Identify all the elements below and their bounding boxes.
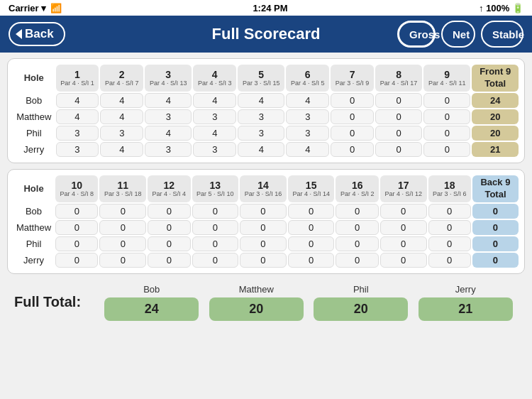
jerry-b9-h17[interactable]: 0 [380, 253, 427, 268]
matthew-f9-h3[interactable]: 3 [145, 109, 192, 124]
stable-button[interactable]: Stable [481, 21, 523, 48]
phil-b9-h15[interactable]: 0 [288, 236, 335, 251]
phil-b9-h18[interactable]: 0 [428, 236, 471, 251]
matthew-f9-h4[interactable]: 3 [193, 109, 236, 124]
full-total-section: Full Total: Bob 24 Matthew 20 Phil 20 Je… [7, 280, 525, 324]
phil-b9-total: 0 [472, 236, 519, 251]
jerry-f9-h1[interactable]: 3 [56, 142, 99, 157]
hole-10-header: 10 Par 4 · S/I 8 [55, 175, 98, 202]
phil-f9-h6[interactable]: 3 [286, 126, 329, 141]
bob-b9-total: 0 [472, 204, 519, 219]
bob-b9-h15[interactable]: 0 [288, 204, 335, 219]
full-total-matthew-name: Matthew [239, 284, 274, 295]
matthew-b9-h11[interactable]: 0 [99, 220, 146, 235]
back9-jerry-row: Jerry 0 0 0 0 0 0 0 0 0 0 [13, 253, 519, 268]
phil-b9-h11[interactable]: 0 [99, 236, 146, 251]
matthew-f9-h8[interactable]: 0 [375, 109, 422, 124]
phil-f9-h3[interactable]: 4 [145, 126, 192, 141]
matthew-f9-h6[interactable]: 3 [286, 109, 329, 124]
matthew-b9-h10[interactable]: 0 [55, 220, 98, 235]
jerry-b9-total: 0 [472, 253, 519, 268]
full-total-phil-score: 20 [314, 297, 408, 321]
bob-f9-h7[interactable]: 0 [331, 93, 374, 108]
bob-front9-name: Bob [13, 93, 55, 108]
bob-f9-h6[interactable]: 4 [286, 93, 329, 108]
jerry-f9-h5[interactable]: 4 [238, 142, 284, 157]
full-total-jerry-score: 21 [419, 297, 513, 321]
back-button[interactable]: Back [9, 22, 65, 46]
gross-button[interactable]: Gross [397, 21, 436, 48]
bob-b9-h12[interactable]: 0 [148, 204, 190, 219]
matthew-f9-h5[interactable]: 3 [238, 109, 284, 124]
matthew-b9-h12[interactable]: 0 [148, 220, 190, 235]
phil-b9-h12[interactable]: 0 [148, 236, 190, 251]
back9-header-row: Hole 10 Par 4 · S/I 8 11 Par 3 · S/I 18 … [13, 175, 519, 202]
bob-f9-h5[interactable]: 4 [238, 93, 284, 108]
back9-phil-row: Phil 0 0 0 0 0 0 0 0 0 0 [13, 236, 519, 251]
phil-b9-h13[interactable]: 0 [192, 236, 239, 251]
bob-f9-h8[interactable]: 0 [375, 93, 422, 108]
matthew-b9-h17[interactable]: 0 [380, 220, 427, 235]
jerry-f9-h3[interactable]: 3 [145, 142, 192, 157]
bob-b9-h10[interactable]: 0 [55, 204, 98, 219]
hole-15-header: 15 Par 4 · S/I 14 [288, 175, 335, 202]
phil-f9-h1[interactable]: 3 [56, 126, 99, 141]
matthew-b9-h13[interactable]: 0 [192, 220, 239, 235]
matthew-b9-h15[interactable]: 0 [288, 220, 335, 235]
matthew-f9-h7[interactable]: 0 [331, 109, 374, 124]
jerry-f9-h8[interactable]: 0 [375, 142, 422, 157]
front9-bob-row: Bob 4 4 4 4 4 4 0 0 0 24 [13, 93, 519, 108]
phil-b9-h16[interactable]: 0 [336, 236, 378, 251]
back9-total-header: Back 9Total [472, 175, 519, 202]
bob-f9-h2[interactable]: 4 [100, 93, 143, 108]
jerry-f9-h6[interactable]: 4 [286, 142, 329, 157]
matthew-f9-h9[interactable]: 0 [423, 109, 470, 124]
phil-f9-h2[interactable]: 3 [100, 126, 143, 141]
jerry-f9-h9[interactable]: 0 [423, 142, 470, 157]
bob-f9-h4[interactable]: 4 [193, 93, 236, 108]
jerry-f9-h7[interactable]: 0 [331, 142, 374, 157]
jerry-f9-h4[interactable]: 3 [193, 142, 236, 157]
matthew-b9-h18[interactable]: 0 [428, 220, 471, 235]
bob-b9-h16[interactable]: 0 [336, 204, 378, 219]
matthew-b9-h14[interactable]: 0 [240, 220, 287, 235]
phil-f9-h4[interactable]: 4 [193, 126, 236, 141]
main-content: Hole 1 Par 4 · S/I 1 2 Par 4 · S/I 7 3 P… [0, 53, 532, 328]
full-total-matthew: Matthew 20 [204, 284, 309, 321]
back-chevron-icon [16, 29, 22, 39]
jerry-b9-h16[interactable]: 0 [336, 253, 378, 268]
jerry-b9-h15[interactable]: 0 [288, 253, 335, 268]
hole-17-header: 17 Par 4 · S/I 12 [380, 175, 427, 202]
phil-f9-h8[interactable]: 0 [375, 126, 422, 141]
matthew-f9-h2[interactable]: 4 [100, 109, 143, 124]
bob-f9-h9[interactable]: 0 [423, 93, 470, 108]
jerry-b9-h13[interactable]: 0 [192, 253, 239, 268]
bob-f9-h1[interactable]: 4 [56, 93, 99, 108]
phil-f9-h9[interactable]: 0 [423, 126, 470, 141]
bob-b9-h18[interactable]: 0 [428, 204, 471, 219]
jerry-b9-h10[interactable]: 0 [55, 253, 98, 268]
phil-f9-h7[interactable]: 0 [331, 126, 374, 141]
bob-b9-h17[interactable]: 0 [380, 204, 427, 219]
bob-b9-h11[interactable]: 0 [99, 204, 146, 219]
phil-f9-h5[interactable]: 3 [238, 126, 284, 141]
front9-section: Hole 1 Par 4 · S/I 1 2 Par 4 · S/I 7 3 P… [7, 58, 525, 163]
matthew-b9-h16[interactable]: 0 [336, 220, 378, 235]
jerry-b9-h11[interactable]: 0 [99, 253, 146, 268]
front9-matthew-row: Matthew 4 4 3 3 3 3 0 0 0 20 [13, 109, 519, 124]
jerry-b9-h18[interactable]: 0 [428, 253, 471, 268]
matthew-f9-h1[interactable]: 4 [56, 109, 99, 124]
bob-b9-h13[interactable]: 0 [192, 204, 239, 219]
jerry-f9-total: 21 [472, 142, 519, 157]
net-button[interactable]: Net [441, 21, 475, 48]
jerry-f9-h2[interactable]: 4 [100, 142, 143, 157]
bob-f9-h3[interactable]: 4 [145, 93, 192, 108]
phil-b9-h10[interactable]: 0 [55, 236, 98, 251]
jerry-b9-h14[interactable]: 0 [240, 253, 287, 268]
jerry-b9-h12[interactable]: 0 [148, 253, 190, 268]
jerry-front9-name: Jerry [13, 142, 55, 157]
phil-back9-name: Phil [13, 236, 54, 251]
bob-b9-h14[interactable]: 0 [240, 204, 287, 219]
phil-b9-h17[interactable]: 0 [380, 236, 427, 251]
phil-b9-h14[interactable]: 0 [240, 236, 287, 251]
